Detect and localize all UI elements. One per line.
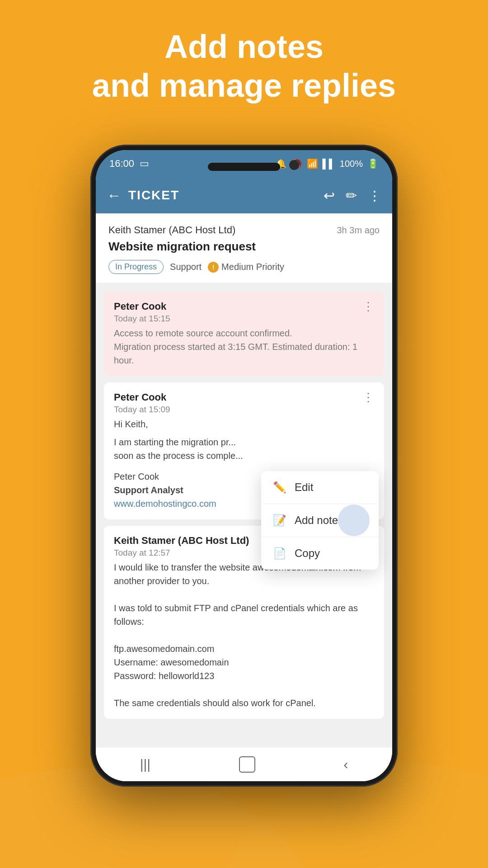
signal-icon: ▌▌ [323, 159, 335, 169]
message-body-greeting: Hi Keith, [114, 417, 374, 431]
speaker [208, 163, 280, 171]
priority-icon: ! [208, 262, 219, 273]
screen-icon: ▭ [140, 158, 149, 170]
edit-label: Edit [295, 481, 313, 494]
phone-screen: 16:00 ▭ 🔔 🔕 📶 ▌▌ 100% 🔋 ← TICKET ↩ ✏ [96, 150, 392, 781]
message-note-1: Peter Cook Today at 15:15 ⋮ Access to re… [104, 292, 384, 376]
ticket-author: Keith Stamer (ABC Host Ltd) [108, 224, 235, 236]
nav-back-icon[interactable]: ‹ [343, 757, 348, 772]
note-author-1: Peter Cook [114, 301, 170, 312]
message-body-2: I would like to transfer the website awe… [114, 561, 374, 710]
nav-menu-icon[interactable]: ||| [140, 757, 150, 772]
toolbar-actions: ↩ ✏ ⋮ [324, 188, 381, 203]
app-toolbar: ← TICKET ↩ ✏ ⋮ [96, 177, 392, 213]
back-button[interactable]: ← [107, 187, 121, 204]
priority-label: Medium Priority [221, 262, 284, 272]
context-menu-edit[interactable]: ✏️ Edit [261, 471, 379, 504]
bottom-nav: ||| ‹ [96, 747, 392, 781]
message-author-1: Peter Cook [114, 392, 170, 403]
ticket-time-ago: 3h 3m ago [337, 225, 380, 236]
reply-button[interactable]: ↩ [324, 188, 335, 203]
note-date-1: Today at 15:15 [114, 314, 170, 324]
add-note-icon: 📝 [273, 514, 286, 527]
message-body-1: I am starting the migration pr... soon a… [114, 435, 374, 462]
more-options-button[interactable]: ⋮ [368, 188, 381, 203]
wifi-icon: 📶 [307, 158, 318, 169]
status-left: 16:00 ▭ [109, 158, 149, 170]
copy-label: Copy [295, 547, 320, 560]
time-display: 16:00 [109, 158, 134, 170]
message-menu-button-1[interactable]: ⋮ [362, 392, 374, 403]
hero-title: Add notes and manage replies [0, 27, 488, 105]
phone-frame: 16:00 ▭ 🔔 🔕 📶 ▌▌ 100% 🔋 ← TICKET ↩ ✏ [90, 145, 398, 787]
status-badge: In Progress [108, 260, 164, 274]
context-menu-add-note[interactable]: 📝 Add note [261, 504, 379, 537]
message-date-2: Today at 12:57 [114, 548, 249, 558]
ticket-subject: Website migration request [108, 240, 380, 254]
front-camera [289, 160, 299, 170]
note-body-1: Access to remote source account confirme… [114, 326, 374, 367]
toolbar-title: TICKET [128, 188, 324, 203]
ticket-tags: In Progress Support ! Medium Priority [108, 260, 380, 274]
nav-home-icon[interactable] [239, 756, 255, 773]
add-note-label: Add note [295, 514, 338, 527]
ticket-header: Keith Stamer (ABC Host Ltd) 3h 3m ago We… [96, 213, 392, 283]
category-tag: Support [170, 262, 202, 272]
edit-icon: ✏️ [273, 481, 286, 494]
battery-icon: 🔋 [367, 158, 379, 169]
priority-tag: ! Medium Priority [208, 262, 284, 273]
copy-icon: 📄 [273, 547, 286, 560]
message-date-1: Today at 15:09 [114, 405, 170, 415]
ripple [338, 505, 370, 536]
note-menu-button-1[interactable]: ⋮ [362, 301, 374, 312]
context-menu-copy[interactable]: 📄 Copy [261, 537, 379, 570]
context-menu: ✏️ Edit 📝 Add note 📄 Copy [261, 471, 379, 570]
edit-button[interactable]: ✏ [346, 188, 357, 203]
message-author-2: Keith Stamer (ABC Host Ltd) [114, 535, 249, 547]
battery-display: 100% [340, 159, 363, 169]
